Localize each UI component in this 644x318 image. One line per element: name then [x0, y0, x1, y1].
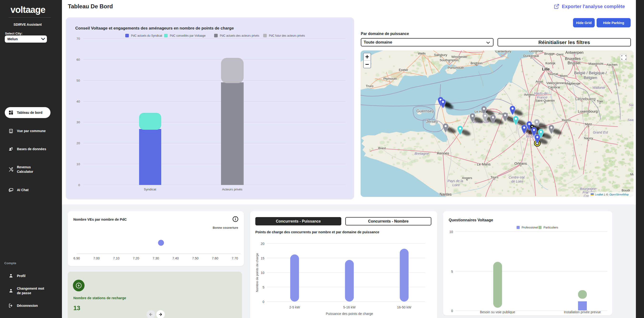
svg-text:Brest: Brest: [378, 146, 386, 150]
svg-text:Tournai: Tournai: [548, 72, 558, 76]
svg-text:Gent: Gent: [556, 53, 564, 56]
svg-text:Reims: Reims: [562, 118, 571, 122]
svg-text:Nantes: Nantes: [440, 192, 452, 196]
svg-text:Centre-Val: Centre-Val: [509, 175, 525, 179]
svg-text:7.20: 7.20: [133, 256, 139, 260]
svg-text:Metz: Metz: [585, 122, 592, 126]
svg-text:7.60: 7.60: [212, 256, 218, 260]
svg-text:Besoin su voie publique: Besoin su voie publique: [480, 310, 515, 314]
svg-text:©: ©: [606, 193, 608, 196]
svg-text:Portsmouth: Portsmouth: [448, 66, 464, 69]
svg-text:Valenciennes: Valenciennes: [546, 81, 566, 85]
svg-text:5: 5: [451, 270, 453, 274]
svg-text:20: 20: [76, 141, 80, 145]
svg-text:OpenStreetMap: OpenStreetMap: [610, 193, 629, 196]
svg-text:7.50: 7.50: [192, 256, 198, 260]
svg-text:Loire: Loire: [452, 183, 460, 187]
svg-text:40: 40: [76, 100, 80, 103]
svg-text:7.00: 7.00: [93, 256, 100, 260]
svg-text:Truro: Truro: [366, 84, 374, 88]
svg-text:Brighton: Brighton: [470, 61, 482, 65]
svg-text:6.90: 6.90: [73, 256, 80, 260]
svg-text:Boudr: Boudr: [622, 189, 630, 192]
svg-text:Lille: Lille: [542, 67, 550, 71]
svg-text:Bourgogne-: Bourgogne-: [580, 187, 597, 191]
svg-text:Mons: Mons: [560, 74, 568, 78]
svg-text:France: France: [537, 95, 547, 99]
svg-text:16-50 kW: 16-50 kW: [397, 305, 412, 309]
svg-text:Amiens: Amiens: [524, 93, 535, 96]
svg-text:Syndicat: Syndicat: [144, 188, 156, 191]
svg-text:Maastricht: Maastricht: [588, 62, 604, 65]
svg-text:Nombre de points de charge: Nombre de points de charge: [255, 253, 259, 292]
svg-text:PdC actuels du Syndicat: PdC actuels du Syndicat: [131, 34, 162, 37]
svg-text:Brussel: Brussel: [568, 61, 580, 65]
svg-text:7.70: 7.70: [232, 256, 238, 260]
svg-text:Rennes: Rennes: [437, 151, 449, 155]
svg-text:Canterbury: Canterbury: [496, 50, 511, 53]
svg-text:50: 50: [76, 79, 80, 82]
svg-text:Professionel: Professionel: [522, 226, 538, 229]
svg-text:Grand Est: Grand Est: [593, 130, 608, 134]
svg-text:Nancy: Nancy: [584, 136, 593, 140]
svg-text:Tours: Tours: [490, 175, 498, 179]
svg-text:7.40: 7.40: [172, 256, 178, 260]
svg-text:60: 60: [76, 58, 80, 61]
svg-text:Installation privée prevue: Installation privée prevue: [564, 310, 601, 314]
svg-text:Lëtzebuerg: Lëtzebuerg: [575, 97, 596, 101]
svg-text:10: 10: [449, 230, 453, 234]
svg-text:Bruxelles -: Bruxelles -: [565, 57, 583, 61]
svg-text:7.10: 7.10: [113, 256, 119, 260]
svg-text:Bretagne: Bretagne: [415, 151, 429, 155]
svg-text:Orléans: Orléans: [514, 161, 527, 165]
svg-text:0: 0: [78, 183, 80, 187]
svg-text:Pays de la: Pays de la: [448, 179, 463, 183]
svg-text:Belgien: Belgien: [584, 75, 597, 80]
svg-text:Puissance des points de charge: Puissance des points de charge: [326, 312, 373, 316]
svg-text:Kortrijk: Kortrijk: [546, 61, 556, 65]
svg-text:Particuliers: Particuliers: [544, 226, 558, 229]
svg-text:Hauts-de-: Hauts-de-: [534, 91, 549, 95]
svg-text:PdC conseillés par Voltaage: PdC conseillés par Voltaage: [170, 34, 206, 37]
svg-text:Plymouth: Plymouth: [384, 77, 397, 80]
svg-text:Aachen: Aachen: [606, 63, 618, 66]
svg-text:PdC actuels des acteurs privés: PdC actuels des acteurs privés: [220, 34, 259, 37]
svg-text:de Loire: de Loire: [511, 179, 524, 183]
svg-text:Le Mans: Le Mans: [477, 162, 490, 166]
svg-text:7.30: 7.30: [152, 256, 159, 260]
svg-text:10: 10: [260, 271, 264, 275]
svg-text:0: 0: [451, 309, 453, 313]
svg-text:Leaflet: Leaflet: [595, 193, 603, 196]
svg-text:Angers: Angers: [462, 176, 472, 180]
svg-text:België / Belgique /: België / Belgique /: [574, 71, 606, 75]
svg-text:Jersey: Jersey: [426, 119, 438, 124]
svg-text:10: 10: [76, 162, 80, 166]
svg-text:Maubeuge: Maubeuge: [565, 82, 580, 85]
svg-text:Wallonie: Wallonie: [592, 86, 605, 89]
svg-text:5: 5: [262, 285, 264, 289]
svg-text:Saarb: Saarb: [628, 118, 634, 122]
svg-text:Cambrai: Cambrai: [548, 85, 560, 89]
svg-text:Brugge: Brugge: [544, 52, 555, 55]
svg-text:Wells: Wells: [418, 52, 426, 55]
svg-text:Saar: Saar: [629, 103, 634, 107]
svg-text:Mul: Mul: [630, 173, 634, 176]
svg-text:2-5 kW: 2-5 kW: [289, 305, 300, 309]
svg-text:Exeter: Exeter: [399, 68, 408, 72]
svg-text:5-16 kW: 5-16 kW: [343, 305, 356, 309]
svg-text:Guernsey: Guernsey: [416, 109, 434, 113]
svg-text:Dunkerque: Dunkerque: [523, 54, 539, 58]
svg-text:Acteurs privés: Acteurs privés: [222, 188, 242, 191]
svg-text:Antwerpen: Antwerpen: [566, 50, 584, 54]
svg-text:0: 0: [262, 300, 264, 304]
svg-text:Saint-Quentin: Saint-Quentin: [535, 99, 555, 102]
svg-text:30: 30: [76, 120, 80, 124]
svg-text:20: 20: [260, 242, 264, 246]
svg-text:|: |: [604, 193, 605, 196]
svg-text:Trier: Trier: [596, 99, 603, 103]
svg-text:PdC futur des acteurs privés: PdC futur des acteurs privés: [269, 34, 305, 37]
svg-text:Luxembourg: Luxembourg: [578, 109, 598, 113]
svg-text:Southampton: Southampton: [440, 58, 459, 62]
svg-text:Arras: Arras: [536, 80, 544, 83]
svg-text:15: 15: [260, 256, 264, 260]
